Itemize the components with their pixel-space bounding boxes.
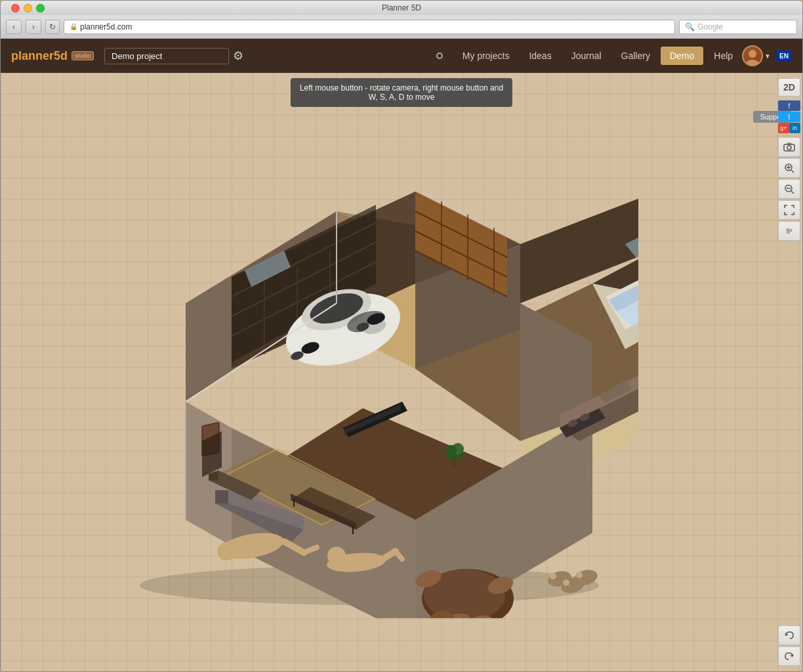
top-nav: planner5d studio ⚙ My projects Ideas Jou… <box>1 39 802 73</box>
reload-btn[interactable]: ↻ <box>45 20 60 34</box>
facebook-button[interactable]: f <box>778 100 800 111</box>
project-name-input[interactable] <box>104 48 229 64</box>
twitter-button[interactable]: t <box>778 112 800 122</box>
svg-line-110 <box>791 191 794 194</box>
canvas-3d[interactable] <box>1 73 802 671</box>
camera-button[interactable] <box>778 137 800 157</box>
svg-point-69 <box>217 542 236 560</box>
search-icon: 🔍 <box>685 22 695 32</box>
svg-point-86 <box>563 579 569 586</box>
address-text: planner5d.com <box>80 22 132 32</box>
tooltip: Left mouse button - rotate camera, right… <box>291 78 512 107</box>
status-dot <box>436 52 443 59</box>
secure-icon: 🔒 <box>70 23 77 30</box>
svg-point-103 <box>787 146 791 150</box>
svg-point-0 <box>749 50 756 58</box>
nav-links: My projects Ideas Journal Gallery Demo H… <box>453 47 742 65</box>
settings-button[interactable]: ⚙ <box>233 49 243 63</box>
linkedin-button[interactable]: in <box>789 123 800 133</box>
fit-screen-button[interactable] <box>778 200 800 220</box>
nav-ideas[interactable]: Ideas <box>520 47 560 65</box>
back-btn[interactable]: ‹ <box>6 20 22 34</box>
svg-line-106 <box>791 170 794 173</box>
right-toolbar: 2D f t g+ in <box>776 73 802 671</box>
svg-point-1 <box>746 60 759 65</box>
redo-button[interactable] <box>778 646 800 666</box>
svg-rect-95 <box>453 457 457 467</box>
zoom-out-button[interactable] <box>778 179 800 199</box>
svg-point-88 <box>576 572 583 578</box>
search-placeholder: Google <box>697 22 723 32</box>
maximize-btn[interactable] <box>36 4 45 12</box>
main-content: Support Left mouse button - rotate camer… <box>1 73 802 671</box>
svg-marker-61 <box>215 490 228 503</box>
view-2d-button[interactable]: 2D <box>778 78 800 96</box>
nav-help[interactable]: Help <box>705 47 742 65</box>
logo-text: planner5d <box>11 49 68 63</box>
undo-button[interactable] <box>778 625 800 645</box>
google-plus-button[interactable]: g+ <box>778 123 789 133</box>
zoom-in-button[interactable] <box>778 158 800 178</box>
close-btn[interactable] <box>11 4 20 12</box>
logo[interactable]: planner5d studio <box>11 49 94 63</box>
logo-badge: studio <box>72 51 94 60</box>
nav-gallery[interactable]: Gallery <box>612 47 659 65</box>
search-bar[interactable]: 🔍 Google <box>679 20 797 34</box>
house-3d-view <box>100 126 638 618</box>
avatar[interactable] <box>742 45 763 66</box>
browser-title: Planner 5D <box>382 3 421 12</box>
flag-icon[interactable]: EN <box>776 51 792 61</box>
address-bar[interactable]: 🔒 planner5d.com <box>64 20 675 34</box>
forward-btn[interactable]: › <box>26 20 41 34</box>
minimize-btn[interactable] <box>24 4 32 12</box>
nav-demo[interactable]: Demo <box>661 47 703 65</box>
units-button[interactable]: ft² <box>778 221 800 241</box>
dropdown-icon[interactable]: ▼ <box>764 52 771 60</box>
svg-marker-104 <box>787 143 791 144</box>
social-row2: g+ in <box>778 123 800 133</box>
svg-point-84 <box>550 573 556 579</box>
nav-journal[interactable]: Journal <box>562 47 611 65</box>
svg-point-94 <box>446 445 457 455</box>
nav-my-projects[interactable]: My projects <box>453 47 519 65</box>
